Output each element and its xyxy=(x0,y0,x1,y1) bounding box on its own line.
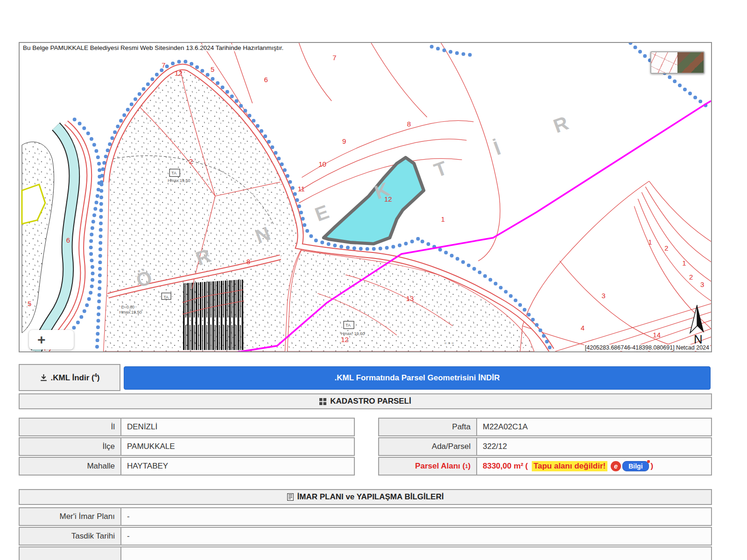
map-disclaimer: Bu Belge PAMUKKALE Belediyesi Resmi Web … xyxy=(21,44,285,51)
plus-icon: + xyxy=(37,333,46,347)
pafta-label: Pafta xyxy=(378,418,476,436)
river xyxy=(22,119,99,351)
ilce-label: İlçe xyxy=(19,437,120,456)
svg-text:6: 6 xyxy=(66,236,70,244)
svg-text:12: 12 xyxy=(384,195,392,203)
north-label: N xyxy=(694,333,703,346)
svg-text:2: 2 xyxy=(189,157,193,165)
svg-text:14: 14 xyxy=(653,331,661,339)
zoom-in-button[interactable]: + xyxy=(29,330,74,350)
il-value: DENİZLİ xyxy=(120,418,355,436)
table-row: Pafta M22A02C1A xyxy=(378,418,712,436)
svg-text:E: E xyxy=(312,201,331,226)
kml-download-button[interactable]: .KML Formatında Parsel Geometrisini İNDİ… xyxy=(124,366,711,390)
svg-text:9: 9 xyxy=(342,137,346,145)
svg-text:R: R xyxy=(550,112,571,137)
svg-text:E=0.80: E=0.80 xyxy=(121,305,134,309)
svg-text:7: 7 xyxy=(332,54,336,62)
table-row: İl DENİZLİ xyxy=(19,418,355,436)
download-icon xyxy=(40,374,48,382)
svg-text:1: 1 xyxy=(682,259,686,267)
ada-parsel-label: Ada/Parsel xyxy=(378,437,476,456)
kadastro-title: KADASTRO PARSELİ xyxy=(330,397,411,406)
svg-text:6: 6 xyxy=(264,76,268,84)
paren-close: ) xyxy=(651,462,654,471)
imar-section-header: İMAR PLANI ve YAPILAŞMA BİLGİLERİ xyxy=(19,489,712,505)
ada-parsel-value: 322/12 xyxy=(476,437,712,456)
grid-icon xyxy=(319,398,326,405)
svg-text:3: 3 xyxy=(602,292,606,300)
svg-text:3: 3 xyxy=(700,280,704,288)
svg-text:2: 2 xyxy=(689,273,693,281)
svg-text:4: 4 xyxy=(581,324,585,332)
svg-text:12: 12 xyxy=(341,336,349,343)
document-icon xyxy=(287,493,294,501)
svg-text:1: 1 xyxy=(441,215,445,223)
il-label: İl xyxy=(19,418,120,436)
info-icon: e xyxy=(611,461,621,471)
mahalle-label: Mahalle xyxy=(19,457,120,476)
svg-text:TA: TA xyxy=(171,171,176,175)
kadastro-section-header: KADASTRO PARSELİ xyxy=(19,393,712,409)
meri-imar-plani-label: Mer'i İmar Planı xyxy=(19,507,120,526)
svg-text:Hmax: 19,60: Hmax: 19,60 xyxy=(341,331,365,336)
table-row: Mahalle HAYTABEY xyxy=(19,457,355,476)
svg-text:8: 8 xyxy=(247,258,250,266)
mahalle-value: HAYTABEY xyxy=(120,457,355,476)
table-row: Ada/Parsel 322/12 xyxy=(378,437,712,456)
svg-text:TA: TA xyxy=(345,323,351,328)
svg-text:8: 8 xyxy=(407,120,411,128)
svg-text:13: 13 xyxy=(406,294,414,302)
basemap-switcher[interactable] xyxy=(650,51,705,74)
partial-row-value xyxy=(120,546,712,560)
bilgi-label: Bilgi xyxy=(628,462,642,470)
tapu-warning: Tapu alanı değildir! xyxy=(532,461,608,471)
kml-side-label: .KML İndir (4) xyxy=(51,372,100,383)
area-value: 8330,00 m² xyxy=(483,462,523,471)
svg-text:= = =: = = = xyxy=(444,341,454,345)
table-row: Parsel Alanı (1) 8330,00 m² ( Tapu alanı… xyxy=(378,457,712,476)
kml-download-count[interactable]: .KML İndir (4) xyxy=(19,364,120,391)
svg-text:Hmax:19,50: Hmax:19,50 xyxy=(119,310,141,315)
svg-text:İ: İ xyxy=(491,137,503,159)
svg-text:10: 10 xyxy=(318,160,326,168)
svg-text:5: 5 xyxy=(28,300,31,308)
bilgi-button[interactable]: Bilgi xyxy=(622,461,648,471)
ilce-value: PAMUKKALE xyxy=(120,437,355,456)
meri-imar-plani-value: - xyxy=(120,507,712,526)
paren-open: ( xyxy=(525,462,528,471)
table-row: Mer'i İmar Planı - xyxy=(19,507,712,526)
map-credit: [4205283.686746-418398.080691] Netcad 20… xyxy=(584,344,710,351)
svg-text:11: 11 xyxy=(297,185,305,193)
table-row xyxy=(19,546,712,560)
satellite-layer-thumb[interactable] xyxy=(677,52,704,73)
map-canvas: ÖRNEKTİR 7125678910112865112131212123341… xyxy=(20,43,711,351)
tasdik-tarihi-label: Tasdik Tarihi xyxy=(19,527,120,546)
map-layer-thumb[interactable] xyxy=(651,52,677,73)
parsel-alani-value: 8330,00 m² ( Tapu alanı değildir! e Bilg… xyxy=(476,457,712,476)
kml-button-label: .KML Formatında Parsel Geometrisini İNDİ… xyxy=(335,373,500,383)
svg-text:7: 7 xyxy=(162,61,165,69)
parsel-alani-label: Parsel Alanı (1) xyxy=(378,457,476,476)
table-row: İlçe PAMUKKALE xyxy=(19,437,355,456)
tasdik-tarihi-value: - xyxy=(120,527,712,546)
table-row: Tasdik Tarihi - xyxy=(19,527,712,546)
north-arrow-icon: N xyxy=(690,305,704,346)
imar-title: İMAR PLANI ve YAPILAŞMA BİLGİLERİ xyxy=(297,492,444,502)
svg-text:TA: TA xyxy=(163,295,169,300)
cadastral-map[interactable]: ÖRNEKTİR 7125678910112865112131212123341… xyxy=(19,42,712,352)
pafta-value: M22A02C1A xyxy=(476,418,712,436)
svg-text:2: 2 xyxy=(664,244,668,252)
svg-text:12: 12 xyxy=(175,69,183,77)
svg-text:Hmax:19,50: Hmax:19,50 xyxy=(168,178,190,183)
partial-row-label xyxy=(19,546,120,560)
svg-text:5: 5 xyxy=(211,65,214,73)
svg-text:T: T xyxy=(431,157,451,182)
svg-text:1: 1 xyxy=(648,238,652,246)
